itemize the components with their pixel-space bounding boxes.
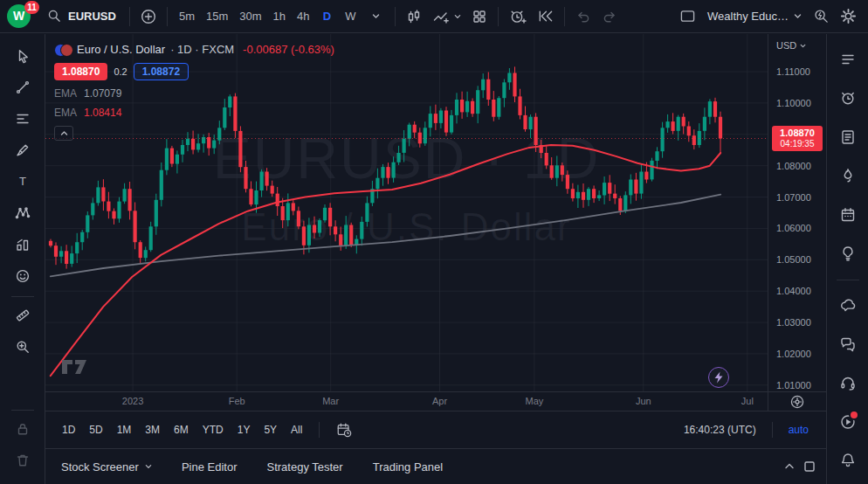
news-button[interactable] [833, 122, 863, 151]
range-YTD-button[interactable]: YTD [196, 420, 230, 439]
indicators-button[interactable] [428, 4, 465, 29]
bar-replay-button[interactable] [533, 4, 558, 29]
currency-label: USD [776, 40, 796, 51]
alerts-button[interactable] [833, 83, 863, 112]
calendar-icon [839, 206, 857, 224]
currency-dropdown[interactable]: USD [776, 40, 806, 51]
calendar-button[interactable] [833, 200, 863, 229]
compare-add-symbol-button[interactable] [136, 4, 161, 29]
chart-plot-area[interactable]: EURUSD · 1D Euro / U.S. Dollar Euro / U.… [45, 34, 768, 391]
search-icon [47, 9, 62, 24]
price-axis[interactable]: USD 1.110001.100001.090001.080001.070001… [768, 34, 826, 391]
tab-pine-editor[interactable]: Pine Editor [182, 460, 238, 474]
open-panel-button[interactable] [784, 461, 795, 472]
indicator-value: 1.08414 [84, 107, 121, 119]
tab-label: Trading Panel [373, 460, 443, 474]
watchlist-button[interactable] [833, 45, 863, 73]
plugin-lightning-button[interactable] [708, 367, 729, 388]
legend-collapse-button[interactable] [54, 126, 73, 141]
tradingview-logo[interactable] [61, 359, 87, 377]
price-axis-label: 1.08000 [776, 161, 811, 171]
tab-stock-screener[interactable]: Stock Screener [61, 460, 152, 474]
buy-button[interactable]: 1.08872 [134, 63, 189, 80]
layout-thumbnail-button[interactable] [675, 4, 700, 29]
emoji-tool-button[interactable] [8, 261, 38, 291]
layout-name-button[interactable]: Wealthy Educ… [702, 4, 807, 29]
auto-scale-button[interactable]: auto [783, 420, 814, 439]
undo-button[interactable] [571, 4, 596, 29]
price-axis-label: 1.11000 [776, 66, 810, 77]
range-5Y-button[interactable]: 5Y [258, 420, 283, 439]
timeframe-W-button[interactable]: W [340, 4, 362, 29]
cursor-tool-button[interactable] [8, 41, 38, 71]
toolbar-separator [395, 7, 396, 26]
private-chat-button[interactable] [833, 329, 863, 358]
xabcd-pattern-tool-button[interactable] [8, 198, 38, 228]
streams-button[interactable] [833, 407, 863, 436]
timeframe-D-button[interactable]: D [316, 4, 339, 29]
tab-strategy-tester[interactable]: Strategy Tester [266, 460, 342, 474]
support-button[interactable] [833, 369, 863, 398]
range-1D-button[interactable]: 1D [56, 420, 81, 439]
right-sidebar [826, 34, 868, 484]
clock-timezone-button[interactable]: 16:40:23 (UTC) [679, 420, 761, 439]
timeframe-4h-button[interactable]: 4h [292, 4, 314, 29]
range-1Y-button[interactable]: 1Y [231, 420, 257, 439]
range-All-button[interactable]: All [285, 420, 308, 439]
toolbar-separator [11, 410, 34, 411]
time-axis-label: Jun [626, 396, 661, 406]
time-axis[interactable]: 2023FebMarAprMayJunJul [45, 391, 768, 411]
timeframe-30m-button[interactable]: 30m [234, 4, 266, 29]
create-alert-button[interactable] [505, 4, 531, 29]
symbol-title[interactable]: Euro / U.S. Dollar [77, 43, 165, 56]
zoom-tool-button[interactable] [8, 332, 38, 362]
svg-text:T: T [19, 174, 26, 187]
hotlists-button[interactable] [833, 161, 863, 190]
timeframe-list: 5m15m30m1h4hDW [174, 4, 362, 29]
maximize-panel-button[interactable] [803, 460, 816, 473]
remove-drawings-button[interactable] [8, 446, 38, 475]
eurusd-pair-icon [54, 44, 72, 56]
indicator-row[interactable]: EMA 1.07079 [54, 87, 121, 100]
timeframe-dropdown-button[interactable] [364, 4, 389, 29]
notification-count-badge: 11 [24, 1, 39, 14]
chart-type-button[interactable] [402, 4, 426, 29]
range-5D-button[interactable]: 5D [83, 420, 108, 439]
settings-button[interactable] [836, 4, 861, 29]
tab-trading-panel[interactable]: Trading Panel [373, 460, 443, 474]
timeframe-15m-button[interactable]: 15m [201, 4, 233, 29]
sell-button[interactable]: 1.08870 [54, 63, 107, 80]
timeframe-5m-button[interactable]: 5m [174, 4, 200, 29]
ideas-button[interactable] [833, 239, 863, 267]
forecast-tool-button[interactable] [8, 230, 38, 259]
quick-search-button[interactable] [809, 4, 834, 29]
layout-grid-button[interactable] [467, 4, 492, 29]
timeframe-1h-button[interactable]: 1h [268, 4, 291, 29]
axis-settings-button[interactable] [790, 395, 804, 409]
symbol-search-button[interactable]: EURUSD [40, 4, 123, 29]
trash-icon [15, 453, 31, 468]
public-chat-button[interactable] [833, 291, 863, 320]
redo-button[interactable] [597, 4, 622, 29]
measure-tool-button[interactable] [8, 301, 38, 330]
gear-circle-icon [790, 395, 804, 409]
emoji-smiley-icon [15, 268, 31, 284]
chat-bubbles-icon [839, 335, 857, 353]
go-to-date-button[interactable] [330, 418, 358, 441]
range-3M-button[interactable]: 3M [139, 420, 166, 439]
trend-line-tool-button[interactable] [8, 73, 38, 102]
brush-tool-button[interactable] [8, 135, 38, 165]
text-tool-button[interactable]: T [8, 167, 38, 197]
alert-clock-icon [509, 8, 527, 25]
indicator-row[interactable]: EMA 1.08414 [54, 107, 121, 119]
indicator-name: EMA [54, 87, 77, 100]
symbol-meta: · 1D · FXCM [170, 43, 234, 56]
fib-retracement-tool-button[interactable] [8, 104, 38, 134]
chart-legend: Euro / U.S. Dollar · 1D · FXCM -0.00687 … [54, 43, 334, 141]
watchlist-icon [839, 51, 857, 68]
lock-drawings-button[interactable] [8, 414, 38, 444]
account-menu-button[interactable]: W 11 [7, 4, 31, 29]
notifications-button[interactable] [833, 446, 863, 475]
range-1M-button[interactable]: 1M [111, 420, 138, 439]
range-6M-button[interactable]: 6M [168, 420, 195, 439]
